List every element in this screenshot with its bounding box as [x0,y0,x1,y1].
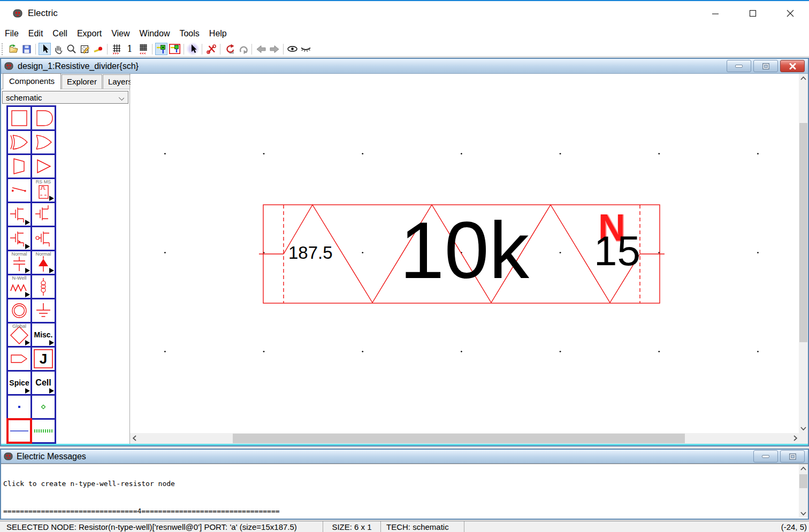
chevron-down-icon [119,95,124,101]
expand-cells-eye-button[interactable] [286,43,299,55]
scroll-up-icon[interactable] [799,464,808,473]
messages-restore-button[interactable] [780,450,805,462]
save-library-button[interactable] [20,43,33,55]
messages-log[interactable]: Click to create n-type-well-resistor nod… [1,464,808,518]
outline-edit-button[interactable] [79,43,91,55]
electric-logo-icon [4,61,13,71]
grid-one-button[interactable]: 1 [124,43,136,55]
palette-capacitor-node[interactable]: Normal [8,251,30,274]
palette-or-gate[interactable] [32,131,55,153]
palette-bus-arc[interactable] [32,420,55,442]
technology-dropdown-value: schematic [6,93,42,102]
palette-global-signal-node[interactable]: Global [8,323,30,346]
select-mode-button[interactable] [39,43,51,55]
palette-spice-menu[interactable]: Spice [8,372,30,394]
palette-switch-node[interactable] [8,179,30,202]
minimize-button[interactable] [697,1,734,26]
palette-nmos-transistor[interactable] [8,203,30,226]
tab-components[interactable]: Components [3,73,61,89]
main-titlebar[interactable]: Electric [0,1,809,26]
menu-tools[interactable]: Tools [174,27,204,40]
toggle-ports-button[interactable] [155,43,167,55]
resistor-width-label[interactable]: 187.5 [288,244,333,261]
messages-scroll-thumb[interactable] [799,474,807,488]
menu-view[interactable]: View [106,27,134,40]
menu-export[interactable]: Export [72,27,106,40]
design-restore-button[interactable] [753,60,778,72]
palette-offpage-node[interactable] [8,348,30,370]
palette-jfet-node[interactable]: J [32,348,55,370]
scroll-left-icon[interactable] [130,434,139,443]
menu-file[interactable]: File [0,27,24,40]
scroll-down-icon[interactable] [799,424,808,433]
palette-and-gate[interactable] [32,107,55,129]
schematic-canvas[interactable]: 187.5 N 15 10k [131,74,791,433]
canvas-horizontal-scrollbar[interactable] [130,433,800,444]
design-window-titlebar[interactable]: design_1:Resistive_divider{sch} [1,59,808,74]
scroll-down-icon[interactable] [799,509,808,518]
status-cursor-coordinates: (-24, 5) [781,521,809,532]
palette-pin-node[interactable] [8,396,30,418]
go-forward-button[interactable] [268,43,280,55]
menu-window[interactable]: Window [135,27,175,40]
palette-nmos-variant-transistor[interactable] [32,203,55,226]
canvas-vertical-scrollbar[interactable] [799,74,808,433]
palette-mux-node[interactable] [8,155,30,178]
palette-junction-node[interactable] [32,396,55,418]
special-select-button[interactable] [187,43,199,55]
pan-mode-button[interactable] [52,43,64,55]
undo-button[interactable] [223,43,235,55]
close-button[interactable] [772,1,809,26]
submenu-arrow-icon [25,220,30,225]
palette-4port-transistor[interactable] [8,227,30,250]
unexpand-cells-eye-button[interactable] [300,43,312,55]
maximize-button[interactable] [734,1,772,26]
toggle-exports-button[interactable] [169,43,181,55]
palette-buffer-node[interactable] [32,155,55,178]
menu-cell[interactable]: Cell [48,27,72,40]
log-line: ================================4=======… [3,506,797,515]
palette-misc-menu[interactable]: Misc. [32,323,55,346]
design-minimize-button[interactable] [727,60,751,72]
preferences-button[interactable] [205,43,217,55]
redo-button[interactable] [236,43,249,55]
palette-flipflop-node[interactable]: RS MS [32,179,55,202]
palette-contact-node[interactable] [8,299,30,322]
go-back-button[interactable] [255,43,267,55]
grid-fine-button[interactable] [137,43,149,55]
tab-explorer[interactable]: Explorer [62,74,102,89]
technology-dropdown[interactable]: schematic [2,91,128,104]
palette-box-node[interactable] [8,107,30,129]
scroll-up-icon[interactable] [799,74,808,83]
palette-cell-menu[interactable]: Cell [32,372,55,394]
palette-xor-gate[interactable] [8,131,30,153]
toolbar-grip-handle[interactable] [2,43,4,55]
palette-nwell-resistor-node[interactable]: N-Well [8,275,30,298]
submenu-arrow-icon [49,196,54,201]
palette-diode-node[interactable]: Normal [32,251,55,274]
messages-scrollbar[interactable] [799,464,808,518]
palette-wire-arc-selected[interactable] [8,420,30,442]
menu-help[interactable]: Help [204,27,232,40]
design-close-button[interactable] [780,60,805,72]
grid-coarse-button[interactable] [110,43,123,55]
component-palette: RS MS Normal [6,105,56,444]
palette-inductor-node[interactable] [32,275,55,298]
measure-mode-button[interactable] [92,43,104,55]
window-bottom-highlight [1,444,808,445]
resistor-length-label[interactable]: 15 [594,230,640,272]
submenu-arrow-icon [25,340,30,345]
scrollbar-corner [799,433,808,444]
zoom-mode-button[interactable] [65,43,78,55]
open-library-button[interactable] [7,43,19,55]
design-window: design_1:Resistive_divider{sch} Componen… [0,58,809,446]
horizontal-scroll-thumb[interactable] [233,434,685,443]
palette-pmos-transistor[interactable] [32,227,55,250]
vertical-scroll-thumb[interactable] [799,123,807,342]
palette-ground-node[interactable] [32,299,55,322]
menu-edit[interactable]: Edit [24,27,48,40]
messages-titlebar[interactable]: Electric Messages [1,450,808,464]
submenu-arrow-icon [25,292,30,297]
messages-minimize-button[interactable] [753,450,778,462]
resistor-value-label[interactable]: 10k [400,210,529,290]
